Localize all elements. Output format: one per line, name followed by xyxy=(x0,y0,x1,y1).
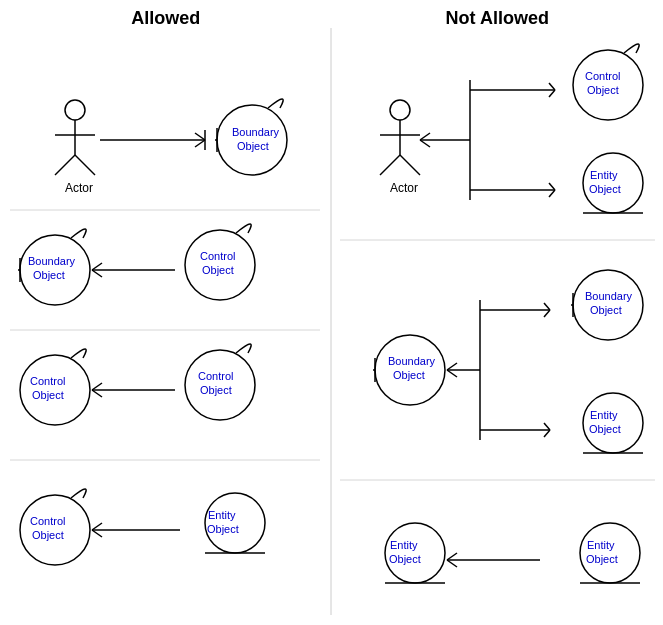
boundary-label-n2rb: Object xyxy=(590,304,622,316)
svg-point-12 xyxy=(20,235,90,305)
svg-line-54 xyxy=(447,370,457,377)
boundary-label-n2r: Boundary xyxy=(585,290,633,302)
svg-line-57 xyxy=(544,303,550,310)
svg-line-34 xyxy=(380,155,400,175)
svg-point-9 xyxy=(217,105,287,175)
control-label-a3lb: Object xyxy=(32,389,64,401)
svg-point-46 xyxy=(573,50,643,120)
svg-line-16 xyxy=(92,263,102,270)
control-label-a2: Control xyxy=(200,250,235,262)
svg-line-60 xyxy=(544,423,550,430)
svg-line-53 xyxy=(447,363,457,370)
svg-point-18 xyxy=(185,230,255,300)
boundary-label-a2b: Object xyxy=(33,269,65,281)
entity-label-n2b: Object xyxy=(589,423,621,435)
svg-line-45 xyxy=(549,190,555,197)
svg-point-19 xyxy=(20,355,90,425)
svg-point-67 xyxy=(385,523,445,583)
svg-line-42 xyxy=(549,90,555,97)
svg-point-31 xyxy=(390,100,410,120)
actor-label-n1: Actor xyxy=(390,181,418,195)
control-label-a3rb: Object xyxy=(200,384,232,396)
svg-line-22 xyxy=(92,390,102,397)
not-allowed-title: Not Allowed xyxy=(332,8,664,29)
svg-line-17 xyxy=(92,270,102,277)
entity-label-n3l: Entity xyxy=(390,539,418,551)
boundary-label-a2: Boundary xyxy=(28,255,76,267)
svg-line-58 xyxy=(544,310,550,317)
boundary-label-n2lb: Object xyxy=(393,369,425,381)
entity-label-a4b: Object xyxy=(207,523,239,535)
boundary-label-a1: Boundary xyxy=(232,126,280,138)
boundary-label-a1b: Object xyxy=(237,140,269,152)
entity-label-n3r: Entity xyxy=(587,539,615,551)
entity-label-n3lb: Object xyxy=(389,553,421,565)
svg-point-72 xyxy=(580,523,640,583)
svg-point-65 xyxy=(583,393,643,453)
svg-point-23 xyxy=(185,350,255,420)
boundary-label-n2l: Boundary xyxy=(388,355,436,367)
svg-point-24 xyxy=(20,495,90,565)
svg-line-7 xyxy=(195,140,205,147)
svg-line-61 xyxy=(544,430,550,437)
entity-label-a4: Entity xyxy=(208,509,236,521)
allowed-title: Allowed xyxy=(0,8,332,29)
svg-line-6 xyxy=(195,133,205,140)
control-label-a3l: Control xyxy=(30,375,65,387)
diagram-svg: Actor Boundary Object Boundary Object Co… xyxy=(0,0,663,625)
svg-point-28 xyxy=(205,493,265,553)
actor-label-a1: Actor xyxy=(65,181,93,195)
svg-line-44 xyxy=(549,183,555,190)
entity-label-n3rb: Object xyxy=(586,553,618,565)
entity-label-n2: Entity xyxy=(590,409,618,421)
control-label-a3r: Control xyxy=(198,370,233,382)
svg-line-70 xyxy=(447,553,457,560)
svg-line-4 xyxy=(75,155,95,175)
svg-point-0 xyxy=(65,100,85,120)
svg-line-37 xyxy=(420,133,430,140)
svg-line-3 xyxy=(55,155,75,175)
entity-label-n1b: Object xyxy=(589,183,621,195)
svg-line-21 xyxy=(92,383,102,390)
control-label-n1b: Object xyxy=(587,84,619,96)
entity-label-n1: Entity xyxy=(590,169,618,181)
svg-line-41 xyxy=(549,83,555,90)
svg-point-49 xyxy=(375,335,445,405)
control-label-a2b: Object xyxy=(202,264,234,276)
svg-line-27 xyxy=(92,530,102,537)
control-label-a4: Control xyxy=(30,515,65,527)
svg-line-35 xyxy=(400,155,420,175)
svg-line-26 xyxy=(92,523,102,530)
control-label-a4b: Object xyxy=(32,529,64,541)
svg-line-71 xyxy=(447,560,457,567)
control-label-n1: Control xyxy=(585,70,620,82)
svg-line-38 xyxy=(420,140,430,147)
svg-point-47 xyxy=(583,153,643,213)
svg-point-62 xyxy=(573,270,643,340)
